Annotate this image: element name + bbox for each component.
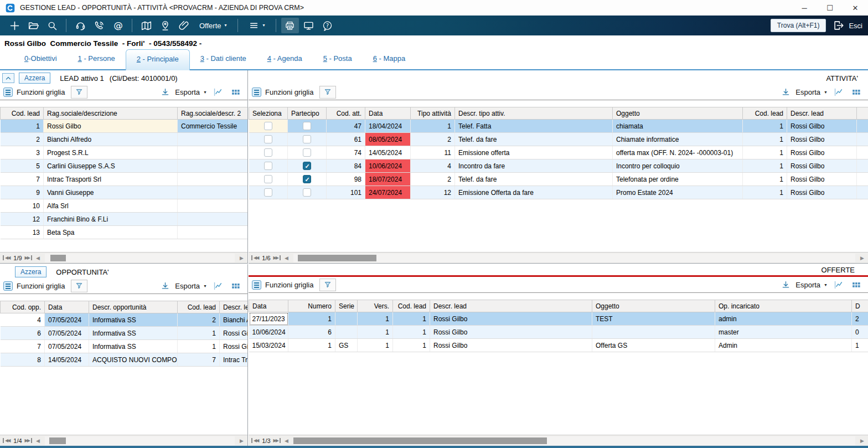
column-header[interactable] xyxy=(857,107,868,120)
last-page-button[interactable]: ▶▶ xyxy=(273,255,281,260)
esporta-button[interactable]: Esporta▼ xyxy=(158,86,207,98)
search-button[interactable] xyxy=(43,18,61,33)
filter-button[interactable] xyxy=(71,280,87,292)
print-button[interactable] xyxy=(281,18,299,33)
column-header[interactable]: Tipo attività xyxy=(411,107,455,120)
column-header[interactable]: Descr. lead xyxy=(430,300,592,312)
scrollbar-thumb[interactable] xyxy=(50,255,66,261)
first-page-button[interactable]: ◀◀ xyxy=(251,255,259,260)
scrollbar-thumb[interactable] xyxy=(298,255,376,261)
funzioni-griglia-button[interactable]: Funzioni griglia xyxy=(252,87,313,97)
checkbox[interactable] xyxy=(303,175,311,183)
column-header[interactable]: Cod. lead xyxy=(743,107,787,120)
column-header[interactable]: Descr. lead xyxy=(220,301,248,313)
horizontal-scrollbar[interactable] xyxy=(293,254,855,262)
grid-view-button[interactable] xyxy=(228,86,242,98)
scroll-right-button[interactable]: ▶ xyxy=(860,438,864,444)
table-row[interactable]: 10124/07/202412Emissione Offerta da fare… xyxy=(249,186,868,199)
table-row[interactable]: 607/05/2024Informativa SS1Rossi Gilbo xyxy=(1,327,248,340)
table-row[interactable]: 10/06/2024611Rossi Gilbomaster0 xyxy=(249,326,868,339)
tab-obiettivi[interactable]: 0-Obiettivi xyxy=(14,54,68,69)
tab-dati-cliente[interactable]: 3 - Dati cliente xyxy=(190,54,257,69)
checkbox[interactable] xyxy=(264,175,272,183)
column-header[interactable]: Numero xyxy=(288,300,335,312)
column-header[interactable]: Cod. att. xyxy=(327,107,365,120)
table-row[interactable]: 7Intrac Trasporti Srl xyxy=(1,173,248,186)
table-row[interactable]: 6108/05/20242Telef. da fareChiamate info… xyxy=(249,133,868,146)
checkbox[interactable] xyxy=(303,135,311,143)
table-row[interactable]: 9818/07/20242Telef. da fareTelefonata pe… xyxy=(249,173,868,186)
table-row[interactable]: 707/05/2024Informativa SS1Rossi Gilbo xyxy=(1,340,248,353)
azzera-button[interactable]: Azzera xyxy=(15,266,46,277)
scrollbar-thumb[interactable] xyxy=(293,437,547,444)
location-pin-button[interactable] xyxy=(156,18,174,33)
paperclip-button[interactable] xyxy=(175,18,193,33)
scrollbar-thumb[interactable] xyxy=(49,437,66,444)
at-button[interactable]: @ xyxy=(109,18,127,33)
table-row[interactable]: 3Progest S.R.L xyxy=(1,146,248,159)
column-header[interactable]: Rag.sociale/descrizione xyxy=(44,107,178,120)
scroll-left-button[interactable]: ◀ xyxy=(285,438,288,444)
column-header[interactable]: Rag.sociale/descr. 2 xyxy=(178,107,248,120)
filter-button[interactable] xyxy=(71,86,87,99)
table-row[interactable]: 8410/06/20244Incontro da fareIncontro pe… xyxy=(249,159,868,173)
open-folder-button[interactable] xyxy=(24,18,42,33)
tab-persone[interactable]: 1 - Persone xyxy=(68,54,126,69)
funzioni-griglia-button[interactable]: Funzioni griglia xyxy=(3,87,65,97)
checkbox[interactable] xyxy=(264,188,272,197)
scroll-left-button[interactable]: ◀ xyxy=(285,255,288,261)
table-row[interactable]: 10Alfa Srl xyxy=(1,199,248,213)
esporta-button[interactable]: Esporta▼ xyxy=(158,280,207,292)
first-page-button[interactable]: ◀◀ xyxy=(3,255,11,260)
column-header[interactable]: Descr. opportunità xyxy=(89,301,178,313)
help-button[interactable]: ? xyxy=(319,18,337,33)
column-header[interactable]: Data xyxy=(249,300,288,312)
tab-agenda[interactable]: 4 - Agenda xyxy=(257,54,313,69)
scroll-left-button[interactable]: ◀ xyxy=(36,255,40,261)
column-header[interactable]: D xyxy=(852,300,868,312)
table-row[interactable]: 814/05/2024ACQUISTO NUOVI COMPO...7Intra… xyxy=(1,353,248,367)
table-row[interactable]: 407/05/2024Informativa SS2Bianchi Alfred… xyxy=(1,313,248,327)
column-header[interactable]: Op. incaricato xyxy=(715,300,852,312)
checkbox[interactable] xyxy=(264,122,272,130)
column-header[interactable]: Serie xyxy=(335,300,358,312)
table-row[interactable]: 13Beta Spa xyxy=(1,226,248,239)
funzioni-griglia-button[interactable]: Funzioni griglia xyxy=(3,281,65,291)
phone-button[interactable] xyxy=(90,18,108,33)
checkbox[interactable] xyxy=(303,148,311,157)
scroll-right-button[interactable]: ▶ xyxy=(240,438,244,444)
checkbox[interactable] xyxy=(303,122,311,130)
table-row[interactable]: 4718/04/20241Telef. Fattachiamata1Rossi … xyxy=(249,120,868,133)
table-row[interactable]: 9Vanni Giuseppe xyxy=(1,186,248,199)
first-page-button[interactable]: ◀◀ xyxy=(251,438,259,443)
table-row[interactable]: 27/11/2023111Rossi GilboTESTadmin2 xyxy=(249,312,868,326)
headset-button[interactable] xyxy=(71,18,89,33)
column-header[interactable]: Cod. lead xyxy=(178,301,220,313)
esporta-button[interactable]: Esporta▼ xyxy=(778,86,828,98)
horizontal-scrollbar[interactable] xyxy=(45,254,235,262)
checkbox[interactable] xyxy=(264,148,272,157)
column-header[interactable]: Data xyxy=(365,107,411,120)
map-button[interactable] xyxy=(137,18,155,33)
last-page-button[interactable]: ▶▶ xyxy=(273,438,281,443)
table-row[interactable]: 2Bianchi Alfredo xyxy=(1,133,248,146)
last-page-button[interactable]: ▶▶ xyxy=(25,255,32,260)
tab-principale[interactable]: 2 - Principale xyxy=(126,49,190,70)
column-header[interactable]: Oggetto xyxy=(613,107,743,120)
column-header[interactable]: Cod. lead xyxy=(1,107,44,120)
tab-posta[interactable]: 5 - Posta xyxy=(313,54,363,69)
tab-mappa[interactable]: 6 - Mappa xyxy=(363,54,416,69)
column-header[interactable]: Vers. xyxy=(358,300,393,312)
horizontal-scrollbar[interactable] xyxy=(293,436,855,445)
filter-button[interactable] xyxy=(319,86,336,99)
table-row[interactable]: 5Carlini Giuseppe S.A.S xyxy=(1,159,248,173)
chart-button[interactable] xyxy=(210,280,225,292)
column-header[interactable]: Partecipo xyxy=(288,107,327,120)
checkbox[interactable] xyxy=(303,188,311,197)
checkbox[interactable] xyxy=(264,135,272,143)
column-header[interactable]: Descr. tipo attiv. xyxy=(455,107,613,120)
table-row[interactable]: 7414/05/202411Emissione offertaofferta m… xyxy=(249,146,868,159)
column-header[interactable]: Descr. lead xyxy=(787,107,857,120)
last-page-button[interactable]: ▶▶ xyxy=(25,438,32,443)
column-header[interactable]: Oggetto xyxy=(592,300,715,312)
